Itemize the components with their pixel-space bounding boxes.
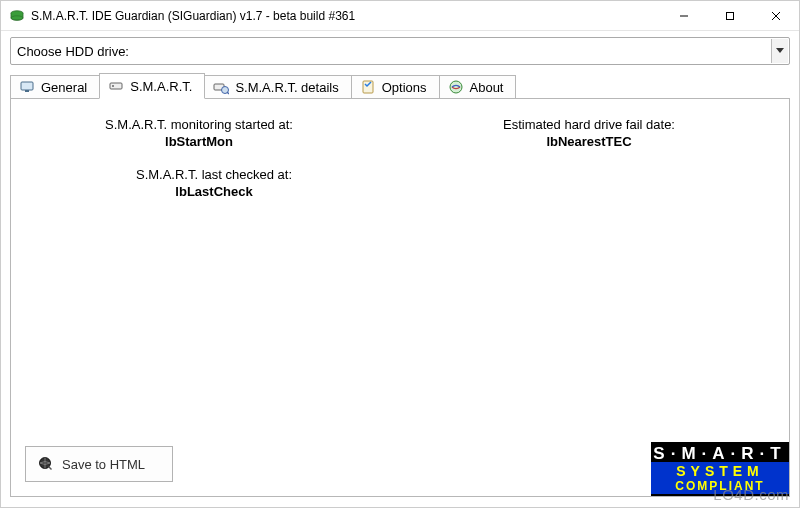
drive-icon — [108, 78, 124, 94]
tab-label: About — [470, 80, 504, 95]
badge-line3: COMPLIANT — [651, 480, 789, 494]
drive-label: Choose HDD drive: — [11, 44, 137, 59]
svg-marker-6 — [776, 48, 784, 53]
badge-line1: S·M·A·R·T — [651, 442, 789, 462]
svg-point-10 — [112, 85, 114, 87]
drive-detail-icon — [213, 79, 229, 95]
monitoring-started-label: S.M.A.R.T. monitoring started at: — [39, 117, 359, 132]
app-window: S.M.A.R.T. IDE Guardian (SIGuardian) v1.… — [0, 0, 800, 508]
window-controls — [661, 1, 799, 31]
tab-label: Options — [382, 80, 427, 95]
options-icon — [360, 79, 376, 95]
last-checked-block: S.M.A.R.T. last checked at: lbLastCheck — [69, 167, 359, 199]
badge-line2: SYSTEM — [651, 462, 789, 480]
drive-selected-value — [137, 45, 771, 57]
svg-rect-14 — [363, 81, 373, 93]
svg-rect-3 — [727, 13, 734, 20]
about-icon — [448, 79, 464, 95]
tab-smart-details[interactable]: S.M.A.R.T. details — [204, 75, 351, 99]
close-button[interactable] — [753, 1, 799, 31]
svg-rect-7 — [21, 82, 33, 90]
drive-selector-row: Choose HDD drive: — [10, 37, 790, 65]
save-button-label: Save to HTML — [62, 457, 145, 472]
monitoring-started-block: S.M.A.R.T. monitoring started at: lbStar… — [39, 117, 359, 149]
maximize-button[interactable] — [707, 1, 753, 31]
tab-options[interactable]: Options — [351, 75, 440, 99]
app-icon — [9, 8, 25, 24]
monitor-icon — [19, 79, 35, 95]
last-checked-label: S.M.A.R.T. last checked at: — [69, 167, 359, 182]
smart-compliant-badge: S·M·A·R·T SYSTEM COMPLIANT — [651, 442, 789, 496]
svg-line-13 — [227, 92, 229, 94]
right-column: Estimated hard drive fail date: lbNeares… — [429, 117, 749, 217]
drive-dropdown[interactable] — [137, 39, 788, 63]
title-bar: S.M.A.R.T. IDE Guardian (SIGuardian) v1.… — [1, 1, 799, 31]
svg-rect-8 — [25, 90, 29, 92]
minimize-button[interactable] — [661, 1, 707, 31]
fail-date-block: Estimated hard drive fail date: lbNeares… — [429, 117, 749, 149]
fail-date-label: Estimated hard drive fail date: — [429, 117, 749, 132]
left-column: S.M.A.R.T. monitoring started at: lbStar… — [39, 117, 359, 217]
monitoring-started-value: lbStartMon — [39, 134, 359, 149]
save-to-html-button[interactable]: Save to HTML — [25, 446, 173, 482]
tab-label: S.M.A.R.T. details — [235, 80, 338, 95]
tab-label: General — [41, 80, 87, 95]
tab-smart[interactable]: S.M.A.R.T. — [99, 73, 205, 99]
globe-save-icon — [38, 456, 54, 472]
tab-label: S.M.A.R.T. — [130, 79, 192, 94]
svg-rect-9 — [110, 83, 122, 89]
tab-about[interactable]: About — [439, 75, 517, 99]
fail-date-value: lbNearestTEC — [429, 134, 749, 149]
last-checked-value: lbLastCheck — [69, 184, 359, 199]
window-title: S.M.A.R.T. IDE Guardian (SIGuardian) v1.… — [31, 9, 355, 23]
tab-strip: General S.M.A.R.T. S.M.A.R.T. details — [1, 73, 799, 99]
svg-point-15 — [450, 81, 462, 93]
tab-content-smart: S.M.A.R.T. monitoring started at: lbStar… — [10, 99, 790, 497]
chevron-down-icon — [771, 39, 788, 63]
tab-general[interactable]: General — [10, 75, 100, 99]
